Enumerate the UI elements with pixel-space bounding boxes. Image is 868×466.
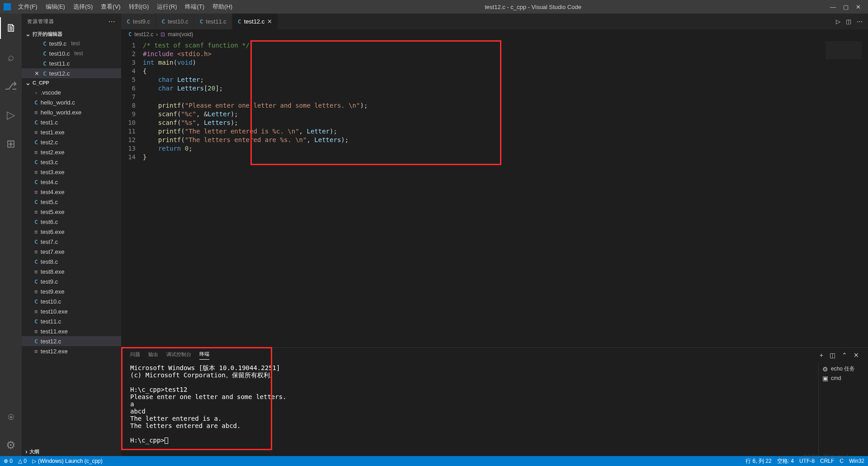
menu-item[interactable]: 运行(R) [153, 2, 180, 12]
account-icon[interactable]: ⍟ [0, 405, 22, 427]
file-item[interactable]: ≡test9.exe [22, 286, 121, 296]
exe-file-icon: ≡ [34, 348, 38, 355]
status-indent[interactable]: 空格: 4 [777, 457, 794, 465]
menu-item[interactable]: 编辑(E) [42, 2, 69, 12]
editor-tab[interactable]: Ctest11.c [194, 14, 232, 29]
menu-item[interactable]: 文件(F) [14, 2, 41, 12]
source-control-icon[interactable]: ⎇ [0, 75, 22, 97]
search-icon[interactable]: ⌕ [0, 46, 22, 68]
file-item[interactable]: ≡test12.exe [22, 346, 121, 356]
panel-tab[interactable]: 问题 [130, 351, 140, 360]
close-tab-icon[interactable]: ✕ [267, 18, 272, 25]
file-item[interactable]: ≡test8.exe [22, 266, 121, 276]
open-editor-item[interactable]: ✕Ctest10.ctest [22, 48, 121, 58]
exe-file-icon: ≡ [34, 328, 38, 335]
status-launch[interactable]: ▷ (Windows) Launch (c_cpp) [32, 458, 103, 464]
file-item[interactable]: Ctest6.c [22, 217, 121, 227]
terminal-output[interactable]: Microsoft Windows [版本 10.0.19044.2251] (… [121, 362, 818, 456]
status-os[interactable]: Win32 [849, 458, 864, 464]
file-item[interactable]: Ctest2.c [22, 137, 121, 147]
explorer-title: 资源管理器 [27, 18, 54, 25]
run-icon[interactable]: ▷ [836, 18, 840, 25]
file-item[interactable]: Ctest4.c [22, 177, 121, 187]
c-file-icon: C [43, 50, 47, 57]
explorer-icon[interactable]: 🗎 [0, 17, 22, 39]
file-item[interactable]: ≡test10.exe [22, 306, 121, 316]
function-icon: ⊡ [160, 31, 165, 38]
file-item[interactable]: Ctest12.c [22, 336, 121, 346]
exe-file-icon: ≡ [34, 129, 38, 136]
status-cursor-pos[interactable]: 行 6, 列 22 [745, 457, 771, 465]
menu-item[interactable]: 帮助(H) [209, 2, 236, 12]
maximize-button[interactable]: ▢ [843, 4, 849, 10]
split-terminal-icon[interactable]: ◫ [830, 352, 835, 359]
file-item[interactable]: ≡hello_world.exe [22, 107, 121, 117]
panel-actions: + ◫ ⌃ ✕ [820, 352, 859, 359]
file-item[interactable]: ≡test7.exe [22, 247, 121, 257]
new-terminal-icon[interactable]: + [820, 352, 823, 359]
file-item[interactable]: ›.vscode [22, 87, 121, 97]
vscode-icon [4, 3, 11, 10]
status-language[interactable]: C [840, 458, 844, 464]
editor-tab[interactable]: Ctest9.c [121, 14, 156, 29]
open-editor-item[interactable]: ✕Ctest12.c [22, 68, 121, 78]
menu-item[interactable]: 终端(T) [181, 2, 208, 12]
open-editor-item[interactable]: ✕Ctest11.c [22, 58, 121, 68]
c-file-icon: C [43, 70, 47, 77]
split-editor-icon[interactable]: ◫ [846, 18, 851, 25]
project-section[interactable]: ⌄ C_CPP [22, 78, 121, 87]
close-icon[interactable]: ✕ [34, 70, 39, 77]
exe-file-icon: ≡ [34, 308, 38, 315]
file-item[interactable]: Ctest10.c [22, 296, 121, 306]
menu-item[interactable]: 转到(G) [125, 2, 153, 12]
run-debug-icon[interactable]: ▷ [0, 104, 22, 126]
file-item[interactable]: Ctest3.c [22, 157, 121, 167]
file-item[interactable]: Ctest9.c [22, 276, 121, 286]
sidebar-more-icon[interactable]: ⋯ [108, 17, 116, 26]
editor-tab[interactable]: Ctest12.c✕ [232, 14, 278, 29]
status-warnings[interactable]: △ 0 [18, 458, 27, 464]
more-icon[interactable]: ⋯ [857, 18, 863, 25]
minimap[interactable] [826, 41, 862, 59]
breadcrumb[interactable]: C test12.c › ⊡ main(void) [121, 29, 868, 39]
c-file-icon: C [34, 159, 38, 166]
open-editor-item[interactable]: ✕Ctest9.ctest [22, 38, 121, 48]
terminal-instance[interactable]: ⚙echo 任务 [822, 364, 864, 374]
code-content[interactable]: /* test of scanf function */ #include <s… [143, 39, 368, 347]
settings-gear-icon[interactable]: ⚙ [0, 434, 22, 456]
panel-tab[interactable]: 调试控制台 [166, 351, 191, 360]
editor-tab[interactable]: Ctest10.c [156, 14, 194, 29]
code-editor[interactable]: 1 2 3 4 5 6 7 8 9 10 11 12 13 14 /* test… [121, 39, 868, 347]
file-item[interactable]: ≡test11.exe [22, 326, 121, 336]
file-item[interactable]: ≡test3.exe [22, 167, 121, 177]
c-file-icon: C [34, 139, 38, 146]
file-item[interactable]: Ctest11.c [22, 316, 121, 326]
close-panel-icon[interactable]: ✕ [854, 352, 859, 359]
panel-tab[interactable]: 输出 [148, 351, 158, 360]
file-item[interactable]: ≡test5.exe [22, 207, 121, 217]
file-item[interactable]: ≡test4.exe [22, 187, 121, 197]
panel-tab[interactable]: 终端 [199, 351, 209, 360]
status-errors[interactable]: ⊗ 0 [4, 458, 13, 464]
file-item[interactable]: Ctest7.c [22, 237, 121, 247]
terminal-list: ⚙echo 任务▣cmd [818, 362, 868, 456]
file-item[interactable]: ≡test2.exe [22, 147, 121, 157]
status-eol[interactable]: CRLF [820, 458, 834, 464]
outline-section[interactable]: › 大纲 [22, 447, 121, 456]
terminal-instance[interactable]: ▣cmd [822, 374, 864, 383]
file-item[interactable]: Ctest8.c [22, 257, 121, 266]
close-button[interactable]: ✕ [856, 4, 861, 10]
file-item[interactable]: Chello_world.c [22, 97, 121, 107]
extensions-icon[interactable]: ⊞ [0, 133, 22, 155]
open-editors-section[interactable]: ⌄ 打开的编辑器 [22, 29, 121, 38]
file-item[interactable]: ≡test6.exe [22, 227, 121, 237]
minimize-button[interactable]: — [830, 4, 836, 10]
file-item[interactable]: ≡test1.exe [22, 127, 121, 137]
menu-item[interactable]: 选择(S) [70, 2, 96, 12]
file-item[interactable]: Ctest1.c [22, 117, 121, 127]
file-item[interactable]: Ctest5.c [22, 197, 121, 207]
status-encoding[interactable]: UTF-8 [799, 458, 815, 464]
window-controls: — ▢ ✕ [830, 4, 864, 10]
menu-item[interactable]: 查看(V) [97, 2, 124, 12]
maximize-panel-icon[interactable]: ⌃ [842, 352, 847, 359]
